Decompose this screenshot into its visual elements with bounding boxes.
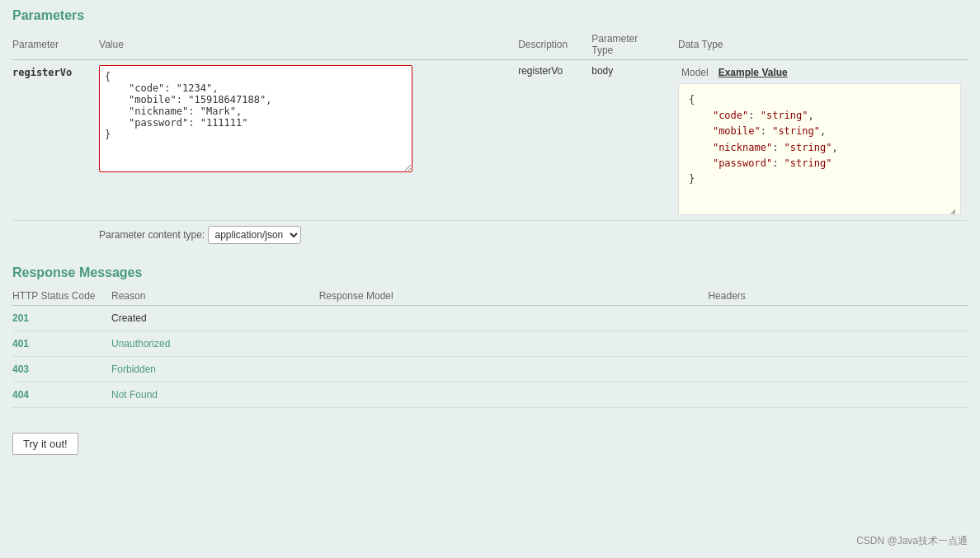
example-json-line1: { [689, 94, 695, 106]
content-type-empty4 [678, 221, 968, 250]
parameters-table: Parameter Value Description ParameterTyp… [12, 30, 968, 249]
model-tabs: Model Example Value [678, 65, 961, 80]
content-type-cell: Parameter content type: application/json [99, 221, 518, 250]
response-row-404: 404 Not Found [12, 382, 968, 408]
col-header-response-model: Response Model [319, 287, 709, 306]
col-header-param-type: ParameterType [591, 30, 678, 60]
response-model-401 [319, 331, 709, 357]
status-code-403: 403 [12, 357, 111, 382]
headers-404 [708, 382, 968, 408]
param-description-cell: registerVo [518, 60, 591, 221]
headers-401 [708, 331, 968, 357]
param-value-cell: { "code": "1234", "mobile": "15918647188… [99, 60, 518, 221]
try-it-out-button[interactable]: Try it out! [12, 433, 78, 455]
content-type-label: Parameter content type: [99, 229, 205, 241]
response-row-403: 403 Forbidden [12, 357, 968, 382]
col-header-description: Description [518, 30, 591, 60]
content-type-empty1 [12, 221, 99, 250]
reason-404: Not Found [111, 382, 319, 408]
bottom-bar: Try it out! CSDN @Java技术一点通 [12, 420, 968, 455]
col-header-parameter: Parameter [12, 30, 99, 60]
param-description: registerVo [518, 65, 563, 77]
content-type-empty3 [591, 221, 678, 250]
response-model-201 [319, 306, 709, 331]
headers-403 [708, 357, 968, 382]
status-code-401: 401 [12, 331, 111, 357]
content-type-select[interactable]: application/json [208, 226, 301, 244]
col-header-headers: Headers [708, 287, 968, 306]
response-messages-title: Response Messages [12, 265, 968, 280]
page-wrapper: Parameters Parameter Value Description P… [0, 0, 980, 558]
param-name-cell: registerVo [12, 60, 99, 221]
content-type-row: Parameter content type: application/json [12, 221, 968, 250]
response-row-401: 401 Unauthorized [12, 331, 968, 357]
response-model-403 [319, 357, 709, 382]
response-row-201: 201 Created [12, 306, 968, 331]
response-model-404 [319, 382, 709, 408]
content-type-empty2 [518, 221, 591, 250]
col-header-value: Value [99, 30, 518, 60]
example-value-box: { "code": "string", "mobile": "string", … [678, 83, 961, 215]
param-data-type-cell: Model Example Value { "code": "string", … [678, 60, 968, 221]
parameters-title: Parameters [12, 8, 968, 23]
headers-201 [708, 306, 968, 331]
reason-401: Unauthorized [111, 331, 319, 357]
response-table: HTTP Status Code Reason Response Model H… [12, 287, 968, 408]
reason-403-link[interactable]: Forbidden [111, 363, 156, 375]
reason-404-link[interactable]: Not Found [111, 389, 158, 401]
col-header-reason: Reason [111, 287, 319, 306]
reason-201: Created [111, 306, 319, 331]
model-panel: Model Example Value { "code": "string", … [678, 65, 961, 215]
example-json-line4: "nickname": "string", [689, 142, 838, 153]
param-type-cell: body [591, 60, 678, 221]
param-value-textarea[interactable]: { "code": "1234", "mobile": "15918647188… [99, 65, 412, 172]
status-code-201: 201 [12, 306, 111, 331]
param-type: body [591, 65, 613, 77]
example-value-tab[interactable]: Example Value [715, 65, 791, 80]
param-row: registerVo { "code": "1234", "mobile": "… [12, 60, 968, 221]
col-header-status-code: HTTP Status Code [12, 287, 111, 306]
status-code-404: 404 [12, 382, 111, 408]
example-json-line3: "mobile": "string", [689, 125, 826, 137]
parameters-section: Parameters Parameter Value Description P… [12, 8, 968, 249]
example-json-line5: "password": "string" [689, 157, 832, 169]
example-json-line6: } [689, 173, 695, 185]
reason-403: Forbidden [111, 357, 319, 382]
resize-handle: ◢ [950, 204, 959, 213]
example-json-line2: "code": "string", [689, 110, 814, 121]
param-name: registerVo [12, 67, 72, 78]
footer-attribution: CSDN @Java技术一点通 [856, 534, 968, 548]
response-messages-section: Response Messages HTTP Status Code Reaso… [12, 265, 968, 408]
col-header-data-type: Data Type [678, 30, 968, 60]
model-tab[interactable]: Model [678, 65, 712, 80]
reason-401-link[interactable]: Unauthorized [111, 338, 170, 349]
